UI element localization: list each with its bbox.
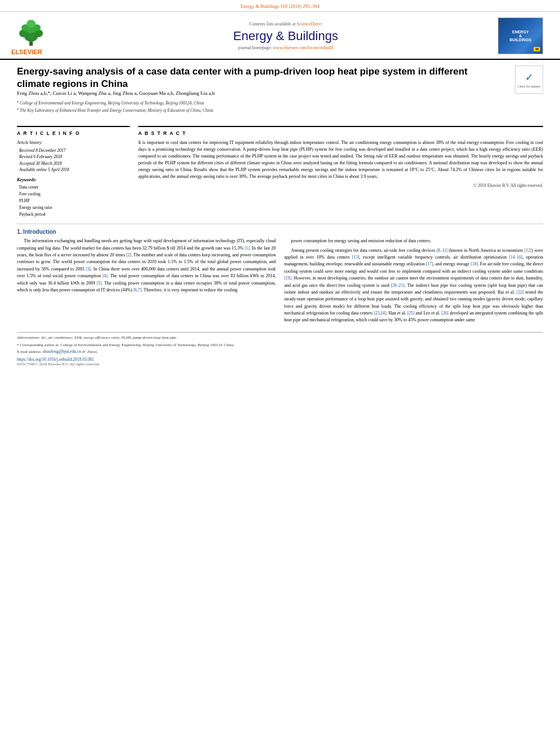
copyright-line: © 2018 Elsevier B.V. All rights reserved… <box>138 183 543 188</box>
journal-homepage-line: journal homepage: www.elsevier.com/locat… <box>73 45 498 50</box>
article-title-block: Energy-saving analysis of a case data ce… <box>17 65 515 118</box>
intro-right-text: power consumption for energy saving and … <box>285 238 544 324</box>
intro-para-3: Among present cooling strategies for dat… <box>285 247 544 324</box>
history-revised: Revised 6 February 2018 <box>19 154 130 160</box>
check-updates-badge: ✓ Check for updates <box>515 65 543 94</box>
section-divider <box>17 224 543 224</box>
history-label: Article history: <box>17 139 130 146</box>
homepage-link[interactable]: www.elsevier.com/locate/enbuild <box>273 45 334 50</box>
check-updates-icon: ✓ <box>525 71 533 84</box>
intro-right-col: power consumption for energy saving and … <box>285 238 544 326</box>
keyword-plhp: PLHP <box>19 198 130 204</box>
ref-20-21[interactable]: [20–21] <box>391 283 405 288</box>
ref-19[interactable]: [19] <box>285 276 292 281</box>
article-info-box: A R T I C L E I N F O Article history: R… <box>17 126 130 218</box>
ref-8-11[interactable]: [8–11] <box>436 248 448 253</box>
keywords-section: Keywords: Data center Free cooling PLHP … <box>17 177 130 218</box>
keyword-data-center: Data center <box>19 184 130 191</box>
article-info-label: A R T I C L E I N F O <box>17 130 130 136</box>
affiliations: a College of Environmental and Energy En… <box>17 99 506 113</box>
abbreviations-footnote: Abbreviations: AC, air conditioner; EER,… <box>17 335 543 341</box>
journal-citation: Energy & Buildings 169 (2018) 295–304 <box>240 3 320 9</box>
article-title-section: Energy-saving analysis of a case data ce… <box>17 65 543 121</box>
intro-body-columns: The information exchanging and handling … <box>17 238 543 326</box>
intro-left-text: The information exchanging and handling … <box>17 238 276 294</box>
doi-link[interactable]: https://doi.org/10.1016/j.enbuild.2018.0… <box>17 357 94 362</box>
footnote-area: Abbreviations: AC, air conditioner; EER,… <box>17 332 543 367</box>
elsevier-wordmark: ELSEVIER <box>11 49 42 55</box>
svg-point-7 <box>27 20 36 28</box>
journal-cover-area: ENERGY&BUILDINGS 40 <box>498 18 549 54</box>
journal-cover-image: ENERGY&BUILDINGS 40 <box>498 18 543 54</box>
ref-26[interactable]: [26] <box>441 311 449 316</box>
corresponding-footnote: * Corresponding author at: College of En… <box>17 342 543 348</box>
science-direct-link[interactable]: ScienceDirect <box>297 21 322 27</box>
intro-heading: 1. Introduction <box>17 229 543 235</box>
keyword-free-cooling: Free cooling <box>19 191 130 198</box>
history-available: Available online 5 April 2018 <box>19 167 130 173</box>
affiliation-a: a College of Environmental and Energy En… <box>17 101 204 106</box>
journal-citation-bar: Energy & Buildings 169 (2018) 295–304 <box>0 0 560 12</box>
ref-3[interactable]: [3] <box>86 267 91 272</box>
ref-14-16[interactable]: [14–16] <box>509 255 523 260</box>
ref-23-24[interactable]: [23,24] <box>374 311 386 316</box>
introduction-section: 1. Introduction The information exchangi… <box>17 229 543 326</box>
ref-4[interactable]: [4] <box>103 273 108 278</box>
abstract-box: A B S T R A C T It is important to cool … <box>138 126 543 188</box>
authors-line: Feng Zhou a,b,*, Cuicui Li a, Wanpeng Zh… <box>17 90 506 96</box>
article-history: Article history: Received 8 December 201… <box>17 139 130 173</box>
ref-12[interactable]: [12] <box>524 248 532 253</box>
article-title: Energy-saving analysis of a case data ce… <box>17 65 506 90</box>
abstract-label: A B S T R A C T <box>138 130 543 136</box>
ref-6-7[interactable]: [6,7] <box>133 287 141 292</box>
check-updates-label: Check for updates <box>518 85 540 88</box>
elsevier-logo: ELSEVIER <box>11 16 73 55</box>
ref-1[interactable]: [1] <box>244 246 250 251</box>
keywords-label: Keywords: <box>17 177 130 182</box>
ref-13[interactable]: [13] <box>352 255 360 260</box>
history-received: Received 8 December 2017 <box>19 147 130 154</box>
affiliation-b: b The Key Laboratory of Enhanced Heat Tr… <box>17 108 213 113</box>
contents-available-line: Contents lists available at ScienceDirec… <box>73 21 498 27</box>
page-container: Energy & Buildings 169 (2018) 295–304 EL… <box>0 0 560 747</box>
info-abstract-section: A R T I C L E I N F O Article history: R… <box>17 126 543 218</box>
article-info-column: A R T I C L E I N F O Article history: R… <box>17 126 130 218</box>
ref-22[interactable]: [22] <box>517 290 524 295</box>
main-content: Energy-saving analysis of a case data ce… <box>0 60 560 372</box>
intro-left-col: The information exchanging and handling … <box>17 238 276 326</box>
keyword-energy-saving: Energy saving ratio <box>19 204 130 211</box>
journal-title: Energy & Buildings <box>73 29 498 43</box>
elsevier-tree-icon <box>11 16 51 47</box>
abstract-text: It is important to cool data centers for… <box>138 139 543 180</box>
issn-line: 0378-7788/© 2018 Elsevier B.V. All right… <box>17 362 543 366</box>
ref-2[interactable]: [2] <box>126 252 132 257</box>
ref-17[interactable]: [17] <box>426 261 434 267</box>
email-footnote: E-mail address: zhoufeng@bjut.edu.cn (F.… <box>17 348 543 355</box>
journal-header: ELSEVIER Contents lists available at Sci… <box>0 12 560 60</box>
email-label: E-mail address: <box>17 350 43 354</box>
doi-line: https://doi.org/10.1016/j.enbuild.2018.0… <box>17 357 543 362</box>
ref-5[interactable]: [5] <box>97 281 102 286</box>
email-link[interactable]: zhoufeng@bjut.edu.cn <box>43 349 81 354</box>
keyword-payback: Payback period <box>19 211 130 218</box>
intro-para-2: power consumption for energy saving and … <box>285 238 544 244</box>
abstract-column: A B S T R A C T It is important to cool … <box>138 126 543 218</box>
history-accepted: Accepted 30 March 2018 <box>19 160 130 167</box>
ref-18[interactable]: [18] <box>471 261 478 267</box>
elsevier-logo-area: ELSEVIER <box>11 16 73 55</box>
journal-title-area: Contents lists available at ScienceDirec… <box>73 21 498 50</box>
cover-anniversary-badge: 40 <box>533 47 540 51</box>
ref-25[interactable]: [25] <box>408 311 415 316</box>
intro-para-1: The information exchanging and handling … <box>17 238 276 294</box>
cover-title: ENERGY&BUILDINGS <box>509 29 533 43</box>
